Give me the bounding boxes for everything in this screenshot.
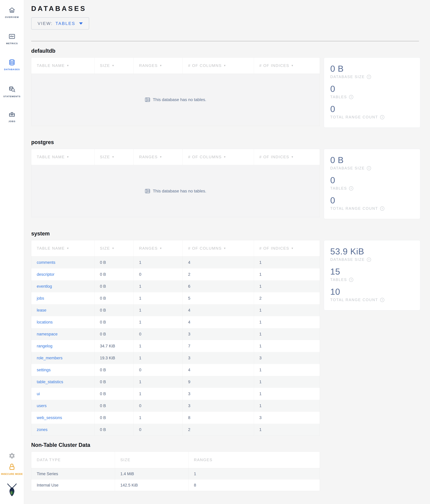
info-icon[interactable]: i bbox=[367, 258, 371, 262]
settings-gear-button[interactable] bbox=[0, 452, 24, 459]
column-header-indices[interactable]: # OF INDICES▼ bbox=[254, 58, 320, 74]
table-cell: 0 B bbox=[95, 269, 134, 280]
column-header-label: SIZE bbox=[100, 63, 110, 68]
table-name-link[interactable]: role_members bbox=[37, 356, 63, 360]
database-size-value: 0 B bbox=[330, 155, 420, 165]
column-header-ranges[interactable]: RANGES▼ bbox=[134, 58, 183, 74]
databases-icon bbox=[0, 59, 24, 66]
column-header-size[interactable]: SIZE▼ bbox=[95, 58, 134, 74]
table-name-link[interactable]: settings bbox=[37, 368, 51, 372]
database-stats-card: 0 B DATABASE SIZE i 0 TABLES i 0 bbox=[324, 149, 420, 219]
table-row: settings0 B041 bbox=[31, 364, 320, 376]
header-divider bbox=[31, 41, 419, 41]
table-name-link[interactable]: comments bbox=[37, 260, 55, 265]
table-cell: 1 bbox=[254, 376, 320, 388]
table-cell: namespace bbox=[31, 328, 95, 340]
statements-icon bbox=[0, 86, 24, 93]
table-name-link[interactable]: descriptor bbox=[37, 272, 54, 277]
view-dropdown[interactable]: VIEW: TABLES bbox=[31, 17, 89, 30]
table-name-link[interactable]: table_statistics bbox=[37, 380, 63, 384]
column-header-table-name[interactable]: TABLE NAME▼ bbox=[31, 58, 95, 74]
table-cell: 0 B bbox=[95, 400, 134, 412]
sort-caret-icon: ▼ bbox=[224, 64, 226, 67]
column-header-indices[interactable]: # OF INDICES▼ bbox=[254, 149, 320, 165]
info-icon[interactable]: i bbox=[380, 115, 384, 119]
column-header-size[interactable]: SIZE▼ bbox=[95, 149, 134, 165]
table-cell: 1 bbox=[254, 256, 320, 269]
sort-caret-icon: ▼ bbox=[67, 247, 69, 250]
table-cell: 4 bbox=[183, 316, 254, 328]
database-size-label: DATABASE SIZE bbox=[330, 75, 365, 79]
column-header-size: SIZE bbox=[115, 452, 188, 468]
table-cell: 0 bbox=[134, 364, 183, 376]
column-header-table-name[interactable]: TABLE NAME▼ bbox=[31, 240, 95, 256]
database-section-defaultdb: defaultdb TABLE NAME▼ SIZE▼ RANGES▼ # OF… bbox=[31, 48, 430, 128]
table-row: zones0 B021 bbox=[31, 424, 320, 436]
table-name-link[interactable]: zones bbox=[37, 427, 47, 432]
column-header-columns[interactable]: # OF COLUMNS▼ bbox=[183, 149, 254, 165]
table-name-link[interactable]: users bbox=[37, 404, 47, 408]
column-header-ranges[interactable]: RANGES▼ bbox=[134, 240, 183, 256]
insecure-mode-indicator[interactable]: INSECURE MODE bbox=[0, 463, 24, 476]
table-header-row: TABLE NAME▼ SIZE▼ RANGES▼ # OF COLUMNS▼ … bbox=[31, 149, 320, 165]
table-name-link[interactable]: jobs bbox=[37, 296, 44, 301]
table-row: ui0 B131 bbox=[31, 388, 320, 400]
database-name-heading: postgres bbox=[31, 139, 430, 145]
table-name-link[interactable]: web_sessions bbox=[37, 415, 62, 420]
database-section-postgres: postgres TABLE NAME▼ SIZE▼ RANGES▼ # OF … bbox=[31, 139, 430, 219]
table-name-link[interactable]: ui bbox=[37, 392, 40, 396]
column-header-ranges[interactable]: RANGES▼ bbox=[134, 149, 183, 165]
sort-caret-icon: ▼ bbox=[112, 156, 115, 159]
table-name-link[interactable]: lease bbox=[37, 308, 46, 313]
unlock-icon bbox=[8, 466, 16, 468]
table-cell: 0 bbox=[134, 269, 183, 280]
table-name-link[interactable]: eventlog bbox=[37, 284, 52, 289]
info-icon[interactable]: i bbox=[380, 207, 384, 211]
info-icon[interactable]: i bbox=[349, 95, 353, 99]
table-body: Time Series1.4 MiB1Internal Use142.5 KiB… bbox=[31, 468, 320, 491]
info-icon[interactable]: i bbox=[367, 75, 371, 79]
sort-caret-icon: ▼ bbox=[160, 156, 162, 159]
column-header-size[interactable]: SIZE▼ bbox=[95, 240, 134, 256]
column-header-label: DATA TYPE bbox=[37, 458, 61, 462]
home-icon bbox=[0, 7, 24, 14]
column-header-label: # OF COLUMNS bbox=[188, 246, 222, 251]
sidebar-item-metrics[interactable]: METRICS bbox=[0, 33, 24, 45]
table-cell: 142.5 KiB bbox=[115, 479, 188, 491]
column-header-table-name[interactable]: TABLE NAME▼ bbox=[31, 149, 95, 165]
info-icon[interactable]: i bbox=[380, 298, 384, 302]
table-cell: 0 B bbox=[95, 328, 134, 340]
table-row: comments0 B141 bbox=[31, 256, 320, 269]
sort-caret-icon: ▼ bbox=[67, 64, 69, 67]
table-name-link[interactable]: namespace bbox=[37, 332, 58, 336]
sidebar-item-databases[interactable]: DATABASES bbox=[0, 59, 24, 71]
sidebar-item-statements[interactable]: STATEMENTS bbox=[0, 86, 24, 98]
sidebar-item-overview[interactable]: OVERVIEW bbox=[0, 7, 24, 18]
info-icon[interactable]: i bbox=[349, 186, 353, 190]
table-row: table_statistics0 B191 bbox=[31, 376, 320, 388]
column-header-indices[interactable]: # OF INDICES▼ bbox=[254, 240, 320, 256]
sidebar-item-label: STATEMENTS bbox=[0, 95, 24, 98]
sidebar-item-jobs[interactable]: JOBS bbox=[0, 111, 24, 123]
table-cell: 0 B bbox=[95, 424, 134, 436]
sidebar-item-label: METRICS bbox=[0, 42, 24, 45]
table-name-link[interactable]: rangelog bbox=[37, 344, 52, 348]
column-header-label: # OF INDICES bbox=[259, 63, 289, 68]
sidebar: OVERVIEW METRICS DATABASES bbox=[0, 0, 24, 504]
column-header-columns[interactable]: # OF COLUMNS▼ bbox=[183, 240, 254, 256]
sort-caret-icon: ▼ bbox=[291, 64, 294, 67]
table-cell: 0 B bbox=[95, 292, 134, 304]
info-icon[interactable]: i bbox=[367, 166, 371, 170]
sidebar-item-label: DATABASES bbox=[0, 68, 24, 71]
column-header-columns[interactable]: # OF COLUMNS▼ bbox=[183, 58, 254, 74]
table-cell: 3 bbox=[183, 400, 254, 412]
table-name-link[interactable]: locations bbox=[37, 320, 53, 324]
info-icon[interactable]: i bbox=[349, 278, 353, 282]
cockroachdb-logo[interactable] bbox=[0, 483, 24, 496]
tables-count-value: 0 bbox=[330, 84, 420, 94]
table-cell: 5 bbox=[183, 292, 254, 304]
table-row: web_sessions0 B183 bbox=[31, 412, 320, 424]
table-cell: 1 bbox=[134, 388, 183, 400]
view-dropdown-value: TABLES bbox=[55, 21, 75, 26]
table-cell: 1 bbox=[134, 316, 183, 328]
